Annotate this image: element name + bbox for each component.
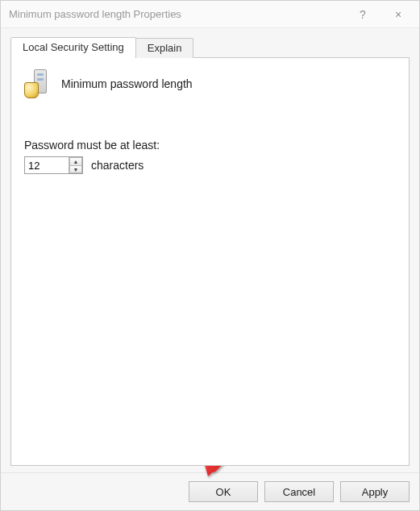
spinner-row: ▲ ▼ characters <box>24 156 396 174</box>
panel-header: Minimum password length <box>24 69 396 98</box>
tab-panel: Minimum password length Password must be… <box>10 57 410 466</box>
tab-explain[interactable]: Explain <box>135 38 194 58</box>
titlebar-buttons: ? × <box>345 2 416 27</box>
spin-down-button[interactable]: ▼ <box>69 165 82 173</box>
content-area: Local Security Setting Explain Minimum p… <box>1 28 419 472</box>
help-button[interactable]: ? <box>345 2 380 27</box>
window-title: Minimum password length Properties <box>9 8 345 20</box>
tab-local-security-setting[interactable]: Local Security Setting <box>10 37 136 58</box>
titlebar: Minimum password length Properties ? × <box>1 1 419 28</box>
spin-buttons: ▲ ▼ <box>69 157 82 173</box>
cancel-button[interactable]: Cancel <box>264 481 334 502</box>
dialog-buttons: OK Cancel Apply <box>1 472 419 510</box>
min-length-input[interactable] <box>25 157 69 173</box>
tab-strip: Local Security Setting Explain <box>10 36 410 57</box>
apply-button[interactable]: Apply <box>340 481 410 502</box>
policy-icon <box>24 69 52 98</box>
close-button[interactable]: × <box>380 2 416 27</box>
min-length-spinner[interactable]: ▲ ▼ <box>24 156 83 174</box>
spin-up-button[interactable]: ▲ <box>69 157 82 165</box>
panel-header-text: Minimum password length <box>61 77 193 90</box>
field-label: Password must be at least: <box>24 139 396 152</box>
field-suffix: characters <box>91 159 143 172</box>
ok-button[interactable]: OK <box>189 481 258 502</box>
properties-window: Minimum password length Properties ? × L… <box>0 0 420 511</box>
